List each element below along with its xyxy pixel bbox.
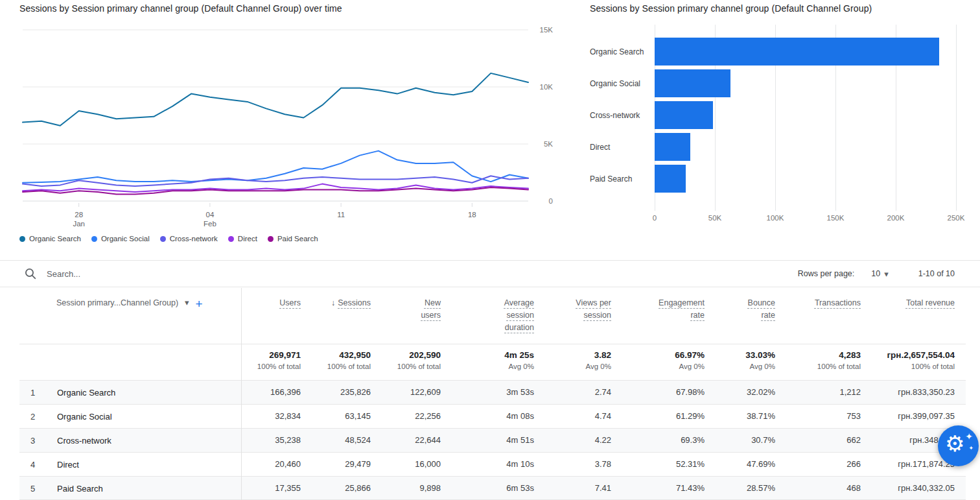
- bar-row-organic-social: Organic Social: [590, 67, 956, 99]
- legend-dot: [91, 236, 97, 242]
- column-header-total-revenue[interactable]: Total revenue: [861, 288, 955, 344]
- line-series-paid-search: [23, 187, 528, 195]
- row-metric-cell: 9,898: [371, 477, 441, 500]
- column-header-label: Users: [279, 298, 301, 307]
- bar-row-paid-search: Paid Search: [590, 163, 956, 195]
- totals-subtext: 100% of total: [241, 363, 301, 370]
- bar-paid-search: [655, 165, 686, 193]
- row-metric-cell: 166,396: [241, 381, 301, 404]
- totals-cell: 4,283100% of total: [775, 344, 861, 380]
- dimension-header-label: Session primary...Channel Group): [56, 298, 178, 307]
- rows-per-page-label: Rows per page:: [798, 269, 855, 278]
- bar-category-label: Direct: [590, 143, 655, 152]
- dimension-dropdown-icon[interactable]: ▾: [185, 298, 189, 307]
- totals-value: 269,971: [241, 350, 301, 360]
- row-metric-cell: 235,826: [301, 381, 371, 404]
- row-metric-cell: 35,238: [241, 429, 301, 452]
- legend-label: Paid Search: [277, 235, 318, 243]
- table-row-paid-search: 5Paid Search17,35525,8669,8986m 53s7.417…: [19, 476, 966, 500]
- legend-label: Cross-network: [170, 235, 218, 243]
- row-metric-cell: 662: [775, 429, 861, 452]
- page-range-text: 1-10 of 10: [918, 269, 955, 278]
- search-input[interactable]: [47, 269, 319, 279]
- row-metric-cell: 17,355: [241, 477, 301, 500]
- column-header-sessions[interactable]: ↓Sessions: [301, 288, 371, 344]
- row-metric-cell: 22,256: [371, 405, 441, 428]
- table-search[interactable]: [25, 268, 798, 280]
- line-chart-legend: Organic SearchOrganic SocialCross-networ…: [19, 235, 318, 243]
- column-header-label: Bounce rate: [748, 298, 775, 320]
- totals-cell: 4m 25sAvg 0%: [441, 344, 534, 380]
- legend-label: Organic Search: [29, 235, 81, 243]
- column-header-new-users[interactable]: New users: [371, 288, 441, 344]
- legend-label: Direct: [238, 235, 257, 243]
- sparkle-icon-small: ✦: [968, 445, 974, 451]
- table-row-direct: 4Direct20,46029,47916,0004m 10s3.7852.31…: [19, 452, 966, 476]
- row-channel-name: Direct: [57, 460, 79, 470]
- row-metric-cell: 20,460: [241, 453, 301, 476]
- row-metric-cell: 4m 10s: [441, 453, 534, 476]
- bar-category-label: Cross-network: [590, 111, 655, 120]
- line-series-organic-social: [23, 151, 528, 183]
- rows-per-page-select[interactable]: 10 ▾: [871, 269, 888, 278]
- svg-text:18: 18: [468, 211, 476, 219]
- svg-text:5K: 5K: [544, 140, 553, 148]
- bar-category-label: Organic Social: [590, 79, 655, 88]
- legend-item-direct: Direct: [228, 235, 257, 243]
- row-metric-cell: 266: [775, 453, 861, 476]
- svg-text:11: 11: [337, 211, 345, 219]
- row-channel-name: Cross-network: [57, 436, 111, 446]
- column-header-bounce-rate[interactable]: Bounce rate: [705, 288, 775, 344]
- column-header-label: Engagement rate: [659, 298, 705, 320]
- column-header-label: New users: [421, 298, 441, 320]
- row-metric-cell: грн.833,350.23: [861, 381, 955, 404]
- customize-report-button[interactable]: ⚙ ✦ ✦: [938, 425, 979, 466]
- line-chart-title: Sessions by Session primary channel grou…: [19, 3, 342, 14]
- legend-item-paid-search: Paid Search: [268, 235, 318, 243]
- table-totals-row: 269,971100% of total432,950100% of total…: [19, 344, 966, 380]
- row-metric-cell: 28.57%: [705, 477, 775, 500]
- bar-chart-x-axis: 050K100K150K200K250K: [655, 214, 956, 224]
- column-header-views-per-session[interactable]: Views per session: [534, 288, 611, 344]
- row-number: 2: [19, 412, 57, 422]
- row-metric-cell: 122,609: [371, 381, 441, 404]
- row-metric-cell: 16,000: [371, 453, 441, 476]
- table-toolbar: Rows per page: 10 ▾ 1-10 of 10: [0, 260, 980, 287]
- svg-text:04: 04: [205, 211, 214, 219]
- row-channel-name: Organic Social: [57, 412, 112, 422]
- add-dimension-button[interactable]: +: [196, 298, 203, 309]
- row-metric-cell: 32.02%: [705, 381, 775, 404]
- legend-dot: [228, 236, 234, 242]
- ga4-report-page: Sessions by Session primary channel grou…: [0, 0, 980, 500]
- row-metric-cell: 468: [775, 477, 861, 500]
- row-metric-cell: 6m 53s: [441, 477, 534, 500]
- bar-row-direct: Direct: [590, 131, 956, 163]
- totals-subtext: 100% of total: [301, 363, 371, 370]
- bar-chart-title: Sessions by Session primary channel grou…: [590, 3, 872, 14]
- totals-subtext: Avg 0%: [534, 363, 611, 370]
- totals-value: 432,950: [301, 350, 371, 360]
- row-metric-cell: грн.399,097.35: [861, 405, 955, 428]
- column-header-average-session-duration[interactable]: Average session duration: [441, 288, 534, 344]
- row-metric-cell: 69.3%: [611, 429, 705, 452]
- totals-value: 3.82: [534, 350, 611, 360]
- x-axis-tick-label: 250K: [948, 214, 965, 222]
- row-channel-name: Paid Search: [57, 484, 103, 494]
- totals-subtext: 100% of total: [371, 363, 441, 370]
- bar-organic-social: [655, 69, 730, 97]
- column-header-engagement-rate[interactable]: Engagement rate: [611, 288, 705, 344]
- search-icon: [25, 268, 36, 280]
- totals-cell: 66.97%Avg 0%: [611, 344, 705, 380]
- row-metric-cell: 3.78: [534, 453, 611, 476]
- bar-row-cross-network: Cross-network: [590, 99, 956, 131]
- bar-chart-bars: Organic SearchOrganic SocialCross-networ…: [590, 36, 956, 195]
- column-header-users[interactable]: Users: [241, 288, 301, 344]
- dimension-column-header[interactable]: Session primary...Channel Group) ▾ +: [19, 288, 241, 344]
- row-dimension-cell: 3Cross-network: [19, 429, 241, 452]
- row-metric-cell: 61.29%: [611, 405, 705, 428]
- row-metric-cell: 3m 53s: [441, 381, 534, 404]
- column-header-transactions[interactable]: Transactions: [775, 288, 861, 344]
- totals-subtext: 100% of total: [775, 363, 861, 370]
- bar-organic-search: [655, 38, 939, 65]
- row-metric-cell: 30.7%: [705, 429, 775, 452]
